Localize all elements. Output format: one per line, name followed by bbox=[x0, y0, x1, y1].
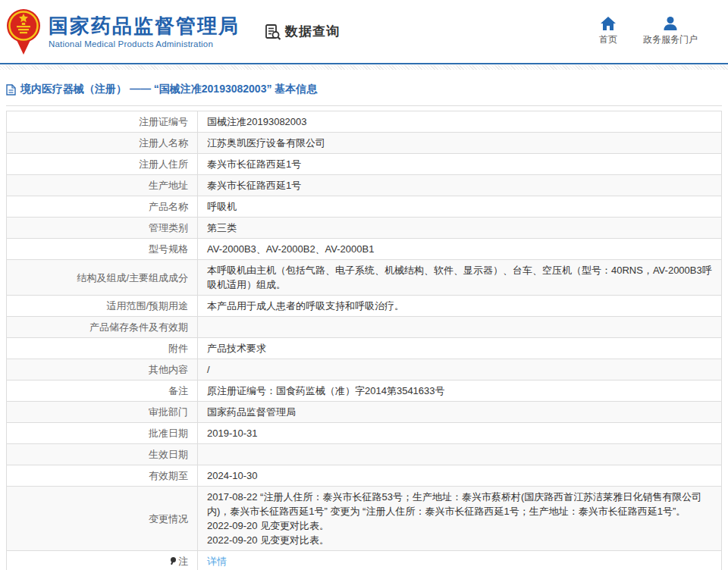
row-value: 江苏奥凯医疗设备有限公司 bbox=[198, 133, 722, 154]
main-content: 境内医疗器械（注册） —— “国械注准20193082003” 基本信息 注册证… bbox=[6, 70, 722, 570]
row-label-text: 适用范围/预期用途 bbox=[106, 300, 188, 312]
table-row: 审批部门国家药品监督管理局 bbox=[7, 402, 722, 423]
table-row: 其他内容/ bbox=[7, 359, 722, 381]
table-row: 产品储存条件及有效期 bbox=[7, 317, 722, 338]
row-label: 适用范围/预期用途 bbox=[7, 296, 198, 317]
row-label: 生效日期 bbox=[7, 444, 198, 465]
table-row: 生效日期 bbox=[7, 444, 722, 465]
table-row: 产品名称呼吸机 bbox=[7, 196, 722, 218]
row-value: 2017-08-22 “注册人住所：泰兴市长征路53号；生产地址：泰兴市蔡桥村(… bbox=[198, 487, 722, 551]
pin-icon bbox=[171, 557, 177, 565]
row-label-text: 生效日期 bbox=[149, 449, 188, 460]
table-row: 有效期至2024-10-30 bbox=[7, 465, 722, 487]
table-row: 附件产品技术要求 bbox=[7, 338, 722, 359]
org-name-en: National Medical Products Administration bbox=[49, 39, 240, 49]
row-value: 详情 bbox=[198, 551, 722, 570]
data-query-section: 数据查询 bbox=[264, 23, 340, 41]
row-label: 注册人住所 bbox=[7, 154, 198, 175]
row-label: 注册证编号 bbox=[7, 111, 198, 133]
table-row: 管理类别第三类 bbox=[7, 218, 722, 239]
row-value: 呼吸机 bbox=[198, 196, 722, 218]
row-value: 本呼吸机由主机（包括气路、电子系统、机械结构、软件、显示器）、台车、空压机（型号… bbox=[198, 260, 722, 296]
row-value: 本产品用于成人患者的呼吸支持和呼吸治疗。 bbox=[198, 296, 722, 317]
table-row: 生产地址泰兴市长征路西延1号 bbox=[7, 175, 722, 196]
org-name-cn: 国家药品监督管理局 bbox=[49, 14, 240, 37]
table-row: 批准日期2019-10-31 bbox=[7, 423, 722, 444]
row-label-text: 注册证编号 bbox=[139, 116, 188, 127]
row-label-text: 附件 bbox=[168, 343, 188, 354]
table-row: 备注原注册证编号：国食药监械（准）字2014第3541633号 bbox=[7, 381, 722, 402]
nav-label-home: 首页 bbox=[599, 33, 617, 46]
table-row: 型号规格AV-2000B3、AV-2000B2、AV-2000B1 bbox=[7, 239, 722, 260]
row-label-text: 结构及组成/主要组成成分 bbox=[77, 272, 188, 283]
row-label-text: 生产地址 bbox=[149, 180, 188, 191]
row-value: / bbox=[198, 359, 722, 381]
row-value: 2024-10-30 bbox=[198, 465, 722, 487]
row-label: 管理类别 bbox=[7, 218, 198, 239]
row-value bbox=[198, 444, 722, 465]
row-label-text: 备注 bbox=[168, 385, 188, 396]
row-value: 2019-10-31 bbox=[198, 423, 722, 444]
row-label: 有效期至 bbox=[7, 465, 198, 487]
national-emblem-icon bbox=[6, 8, 41, 56]
nav-item-home[interactable]: 首页 bbox=[599, 17, 617, 46]
page-title-bar: 境内医疗器械（注册） —— “国械注准20193082003” 基本信息 bbox=[6, 70, 722, 106]
table-row: 适用范围/预期用途本产品用于成人患者的呼吸支持和呼吸治疗。 bbox=[7, 296, 722, 317]
row-value: 产品技术要求 bbox=[198, 338, 722, 359]
section-title: 数据查询 bbox=[285, 23, 340, 40]
data-query-icon bbox=[264, 23, 282, 41]
row-label-text: 注 bbox=[178, 556, 188, 567]
row-label-text: 注册人住所 bbox=[139, 158, 188, 170]
row-label: 附件 bbox=[7, 338, 198, 359]
top-nav: 首页 政务服务门户 bbox=[599, 17, 698, 46]
row-label-text: 有效期至 bbox=[149, 470, 188, 481]
row-label-text: 批准日期 bbox=[149, 428, 188, 439]
table-row: 注册证编号国械注准20193082003 bbox=[7, 111, 722, 133]
row-value: 国械注准20193082003 bbox=[198, 111, 722, 133]
info-table-body: 注册证编号国械注准20193082003注册人名称江苏奥凯医疗设备有限公司注册人… bbox=[7, 111, 722, 570]
row-label: 产品储存条件及有效期 bbox=[7, 317, 198, 338]
page-title: 境内医疗器械（注册） —— “国械注准20193082003” 基本信息 bbox=[20, 83, 317, 96]
registration-info-table: 注册证编号国械注准20193082003注册人名称江苏奥凯医疗设备有限公司注册人… bbox=[6, 111, 722, 570]
table-row: 注册人名称江苏奥凯医疗设备有限公司 bbox=[7, 133, 722, 154]
row-value: AV-2000B3、AV-2000B2、AV-2000B1 bbox=[198, 239, 722, 260]
user-icon bbox=[663, 17, 678, 30]
row-label: 注册人名称 bbox=[7, 133, 198, 154]
row-label-text: 其他内容 bbox=[149, 364, 188, 375]
home-icon bbox=[601, 17, 616, 30]
row-value: 原注册证编号：国食药监械（准）字2014第3541633号 bbox=[198, 381, 722, 402]
table-row: 注册人住所泰兴市长征路西延1号 bbox=[7, 154, 722, 175]
row-label: 注 bbox=[7, 551, 198, 570]
row-label-text: 注册人名称 bbox=[139, 137, 188, 149]
row-value: 国家药品监督管理局 bbox=[198, 402, 722, 423]
details-link[interactable]: 详情 bbox=[207, 556, 227, 567]
row-label: 生产地址 bbox=[7, 175, 198, 196]
nav-item-gov-portal[interactable]: 政务服务门户 bbox=[643, 17, 698, 46]
row-label-text: 产品储存条件及有效期 bbox=[89, 321, 188, 333]
row-label: 批准日期 bbox=[7, 423, 198, 444]
row-label: 备注 bbox=[7, 381, 198, 402]
table-row: 结构及组成/主要组成成分本呼吸机由主机（包括气路、电子系统、机械结构、软件、显示… bbox=[7, 260, 722, 296]
document-icon bbox=[6, 84, 16, 96]
row-value: 第三类 bbox=[198, 218, 722, 239]
row-label: 变更情况 bbox=[7, 487, 198, 551]
row-label-text: 型号规格 bbox=[149, 243, 188, 255]
row-value bbox=[198, 317, 722, 338]
row-value: 泰兴市长征路西延1号 bbox=[198, 175, 722, 196]
row-label: 结构及组成/主要组成成分 bbox=[7, 260, 198, 296]
table-row: 注详情 bbox=[7, 551, 722, 570]
row-label-text: 产品名称 bbox=[149, 201, 188, 212]
row-value: 泰兴市长征路西延1号 bbox=[198, 154, 722, 175]
row-label: 审批部门 bbox=[7, 402, 198, 423]
row-label-text: 审批部门 bbox=[149, 406, 188, 418]
nav-label-gov-portal: 政务服务门户 bbox=[643, 33, 698, 46]
row-label-text: 管理类别 bbox=[149, 222, 188, 233]
org-titles: 国家药品监督管理局 National Medical Products Admi… bbox=[49, 14, 240, 49]
row-label: 型号规格 bbox=[7, 239, 198, 260]
national-emblem-logo bbox=[6, 8, 41, 56]
row-label-text: 变更情况 bbox=[149, 513, 188, 525]
row-label: 其他内容 bbox=[7, 359, 198, 381]
row-label: 产品名称 bbox=[7, 196, 198, 218]
table-row: 变更情况2017-08-22 “注册人住所：泰兴市长征路53号；生产地址：泰兴市… bbox=[7, 487, 722, 551]
site-header: 国家药品监督管理局 National Medical Products Admi… bbox=[0, 0, 728, 64]
